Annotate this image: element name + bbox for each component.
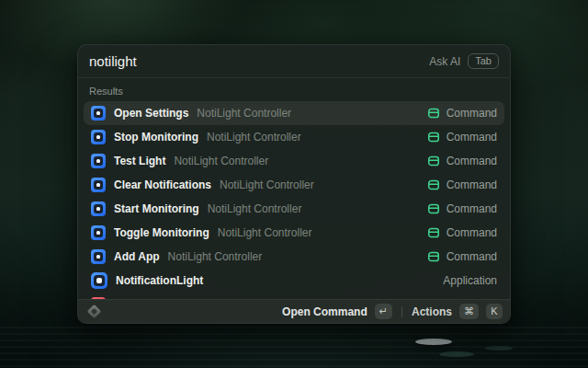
result-row[interactable]: Add AppNotiLight ControllerCommand [84, 245, 504, 269]
notilight-command-icon [91, 249, 106, 264]
search-input[interactable] [89, 53, 422, 69]
notificationlight-app-icon [91, 272, 107, 289]
result-row[interactable]: Toggle MonitoringNotiLight ControllerCom… [84, 221, 504, 245]
notilight-command-icon [91, 201, 106, 216]
notilight-command-icon [91, 154, 106, 168]
k-key-icon: K [486, 304, 503, 319]
tab-key-badge: Tab [468, 53, 499, 69]
notilight-command-icon [91, 225, 106, 240]
raycast-logo-icon [87, 305, 102, 319]
result-type-label: Command [447, 107, 497, 120]
command-key-icon: ⌘ [459, 304, 479, 319]
result-type-label: Application [443, 274, 497, 287]
result-type-label: Command [447, 131, 497, 144]
command-type-icon [427, 202, 440, 215]
result-type-label: Command [447, 250, 497, 263]
launcher-window: Ask AI Tab Results Open SettingsNotiLigh… [77, 44, 511, 324]
result-type-label: Command [447, 226, 497, 239]
command-type-icon [427, 178, 440, 191]
search-bar: Ask AI Tab [78, 45, 510, 78]
return-key-icon: ↵ [375, 304, 392, 319]
result-subtitle: NotiLight Controller [174, 155, 268, 167]
result-subtitle: NotiLight Controller [207, 131, 301, 144]
notilight-command-icon [91, 106, 106, 121]
result-title: Clear Notifications [114, 178, 211, 191]
result-subtitle: NotiLight Controller [208, 202, 302, 215]
command-type-icon [427, 226, 440, 239]
result-subtitle: NotiLight Controller [220, 178, 314, 191]
result-row[interactable]: Test LightNotiLight ControllerCommand [84, 149, 504, 173]
result-row[interactable]: Open SettingsNotiLight ControllerCommand [84, 101, 504, 125]
notilight-command-icon [91, 130, 106, 144]
notilight-command-icon [91, 178, 106, 192]
result-title: Add App [114, 250, 160, 263]
actions-button[interactable]: Actions [412, 305, 452, 318]
result-title: Toggle Monitoring [114, 226, 209, 239]
results-section-label: Results [78, 78, 510, 101]
result-title: Stop Monitoring [114, 131, 198, 144]
command-type-icon [427, 107, 440, 120]
result-subtitle: NotiLight Controller [218, 226, 312, 239]
result-subtitle: NotiLight Controller [197, 107, 291, 120]
result-title: NotificationLight [116, 274, 203, 287]
result-title: Start Monitoring [114, 202, 199, 215]
result-type-label: Command [447, 202, 497, 215]
result-row[interactable]: Clear NotificationsNotiLight ControllerC… [84, 173, 504, 197]
open-command-button[interactable]: Open Command [282, 305, 368, 318]
result-title: Test Light [114, 155, 165, 167]
result-subtitle: NotiLight Controller [168, 250, 263, 263]
results-list: Open SettingsNotiLight ControllerCommand… [78, 101, 510, 316]
result-row[interactable]: Stop MonitoringNotiLight ControllerComma… [84, 125, 504, 149]
command-type-icon [427, 131, 440, 144]
result-type-label: Command [447, 178, 497, 191]
result-title: Open Settings [114, 107, 188, 120]
result-row[interactable]: Start MonitoringNotiLight ControllerComm… [84, 197, 504, 221]
command-type-icon [427, 250, 440, 263]
ask-ai-label[interactable]: Ask AI [429, 55, 460, 68]
command-type-icon [427, 155, 440, 167]
result-row[interactable]: NotificationLightApplication [84, 269, 504, 293]
footer-bar: Open Command ↵ Actions ⌘ K [78, 299, 510, 323]
footer-divider [401, 306, 402, 317]
result-type-label: Command [447, 155, 497, 167]
